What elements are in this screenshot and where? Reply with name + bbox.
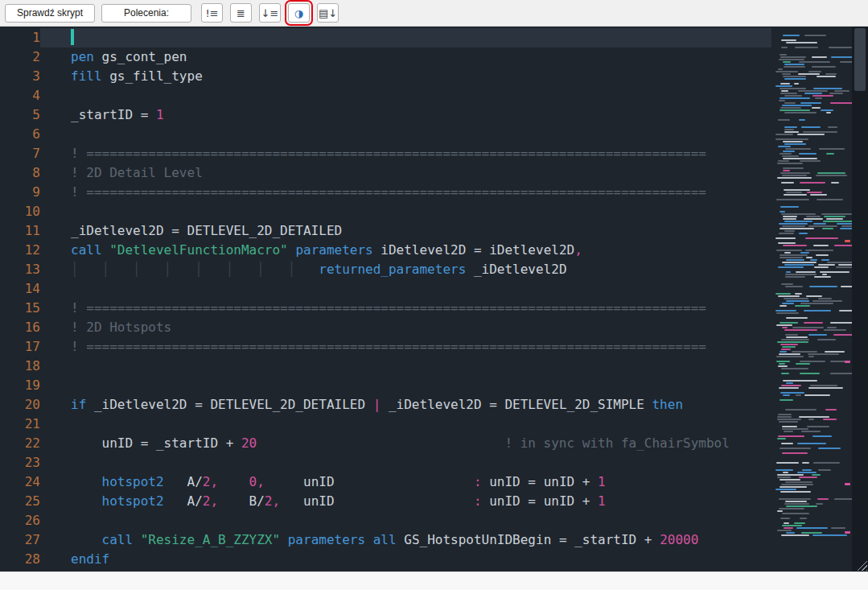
script-editor[interactable]: 12pen gs_cont_pen3fill gs_fill_type45_st…	[0, 27, 868, 571]
line-number: 24	[0, 472, 40, 492]
line-number: 9	[0, 183, 40, 202]
code-row-23[interactable]: 23	[0, 453, 771, 472]
line-number: 11	[0, 221, 40, 241]
line-number: 3	[0, 67, 40, 86]
code-row-12[interactable]: 12call "DetlevelFunctionMacro" parameter…	[0, 241, 771, 260]
code-row-22[interactable]: 22 unID = _startID + 20 ! in sync with f…	[0, 434, 771, 453]
code-line-text: _iDetlevel2D = DETLEVEL_2D_DETAILED	[40, 221, 771, 241]
script-list-button[interactable]: ≣	[230, 3, 252, 23]
line-number: 23	[0, 453, 40, 472]
code-row-2[interactable]: 2pen gs_cont_pen	[0, 47, 771, 67]
code-line-text	[40, 415, 771, 434]
code-row-13[interactable]: 13│ │ │ │ │ │ │ │ returned_parameters _i…	[0, 260, 771, 279]
code-line-text	[40, 86, 771, 105]
half-circle-contrast-icon: ◑	[294, 7, 303, 19]
code-line-text: ! ======================================…	[40, 299, 771, 318]
window-arrow-icon: ▤↓	[319, 7, 337, 19]
code-row-3[interactable]: 3fill gs_fill_type	[0, 67, 771, 86]
code-row-10[interactable]: 10	[0, 202, 771, 221]
code-row-25[interactable]: 25 hotspot2 A/2, B/2, unID : unID = unID…	[0, 492, 771, 511]
line-number: 15	[0, 299, 40, 318]
line-number: 27	[0, 530, 40, 550]
warning-list-icon: !≡	[205, 7, 218, 19]
code-line-text: unID = _startID + 20 ! in sync with fa_C…	[40, 434, 771, 453]
code-row-15[interactable]: 15! ====================================…	[0, 299, 771, 318]
minimap-mark	[845, 361, 850, 363]
code-line-text: │ │ │ │ │ │ │ │ returned_parameters _iDe…	[40, 260, 771, 279]
vertical-scrollbar[interactable]	[852, 27, 868, 571]
bottom-bar	[0, 571, 868, 590]
code-row-1[interactable]: 1	[0, 28, 771, 47]
code-line-text	[40, 511, 771, 530]
code-line-text	[40, 357, 771, 376]
line-number: 17	[0, 337, 40, 357]
line-number: 26	[0, 511, 40, 530]
line-number: 20	[0, 395, 40, 415]
code-row-27[interactable]: 27 call "Resize_A_B_ZZYZX" parameters al…	[0, 530, 771, 550]
text-cursor	[71, 29, 74, 45]
check-script-button[interactable]: Sprawdź skrypt	[5, 4, 95, 23]
code-line-text	[40, 453, 771, 472]
code-row-8[interactable]: 8! 2D Detail Level	[0, 163, 771, 183]
code-row-24[interactable]: 24 hotspot2 A/2, 0, unID : unID = unID +…	[0, 472, 771, 492]
line-number: 4	[0, 86, 40, 105]
minimap-mark	[845, 531, 850, 534]
code-line-text	[40, 279, 771, 299]
line-number: 7	[0, 144, 40, 163]
code-row-5[interactable]: 5_startID = 1	[0, 105, 771, 125]
line-number: 1	[0, 28, 40, 47]
line-number: 18	[0, 357, 40, 376]
code-line-text: fill gs_fill_type	[40, 67, 771, 86]
line-number: 28	[0, 550, 40, 569]
scrollbar-thumb[interactable]	[854, 28, 866, 91]
insert-lines-icon: ↓≡	[261, 7, 279, 19]
line-number: 10	[0, 202, 40, 221]
line-number: 21	[0, 415, 40, 434]
code-row-21[interactable]: 21	[0, 415, 771, 434]
minimap-mark	[845, 240, 850, 242]
code-row-17[interactable]: 17! ====================================…	[0, 337, 771, 357]
code-line-text: _startID = 1	[40, 105, 771, 125]
transfer-window-button[interactable]: ▤↓	[317, 3, 339, 23]
code-line-text: call "Resize_A_B_ZZYZX" parameters all G…	[40, 530, 771, 550]
line-number: 22	[0, 434, 40, 453]
commands-button[interactable]: Polecenia:	[101, 4, 191, 23]
code-row-28[interactable]: 28endif	[0, 550, 771, 569]
code-line-text: ! 2D Hotspots	[40, 318, 771, 337]
line-number: 14	[0, 279, 40, 299]
line-number: 5	[0, 105, 40, 125]
minimap-mark	[845, 483, 850, 485]
code-row-14[interactable]: 14	[0, 279, 771, 299]
code-row-16[interactable]: 16! 2D Hotspots	[0, 318, 771, 337]
gdl-script-editor-window: Sprawdź skrypt Polecenia: !≡≣↓≡◑▤↓ 12pen…	[0, 0, 868, 590]
code-line-text: hotspot2 A/2, B/2, unID : unID = unID + …	[40, 492, 771, 511]
minimap-lines	[771, 30, 852, 536]
code-row-20[interactable]: 20if _iDetlevel2D = DETLEVEL_2D_DETAILED…	[0, 395, 771, 415]
insert-command-button[interactable]: ↓≡	[259, 3, 281, 23]
code-line-text: ! ======================================…	[40, 183, 771, 202]
code-line-text	[40, 28, 771, 47]
code-line-text	[40, 376, 771, 395]
code-lines[interactable]: 12pen gs_cont_pen3fill gs_fill_type45_st…	[0, 27, 771, 571]
script-errors-button[interactable]: !≡	[201, 3, 223, 23]
code-row-4[interactable]: 4	[0, 86, 771, 105]
code-line-text	[40, 202, 771, 221]
code-line-text: ! 2D Detail Level	[40, 163, 771, 183]
code-row-19[interactable]: 19	[0, 376, 771, 395]
code-row-11[interactable]: 11_iDetlevel2D = DETLEVEL_2D_DETAILED	[0, 221, 771, 241]
code-line-text: call "DetlevelFunctionMacro" parameters …	[40, 241, 771, 260]
code-row-26[interactable]: 26	[0, 511, 771, 530]
line-number: 16	[0, 318, 40, 337]
code-row-7[interactable]: 7! =====================================…	[0, 144, 771, 163]
list-icon: ≣	[237, 7, 245, 19]
code-line-text: pen gs_cont_pen	[40, 47, 771, 67]
code-row-18[interactable]: 18	[0, 357, 771, 376]
code-line-text: ! ======================================…	[40, 337, 771, 357]
code-row-6[interactable]: 6	[0, 125, 771, 144]
code-line-text	[40, 125, 771, 144]
contrast-theme-button[interactable]: ◑	[288, 3, 310, 23]
code-line-text: hotspot2 A/2, 0, unID : unID = unID + 1	[40, 472, 771, 492]
line-number: 12	[0, 241, 40, 260]
minimap[interactable]	[771, 27, 852, 571]
code-row-9[interactable]: 9! =====================================…	[0, 183, 771, 202]
